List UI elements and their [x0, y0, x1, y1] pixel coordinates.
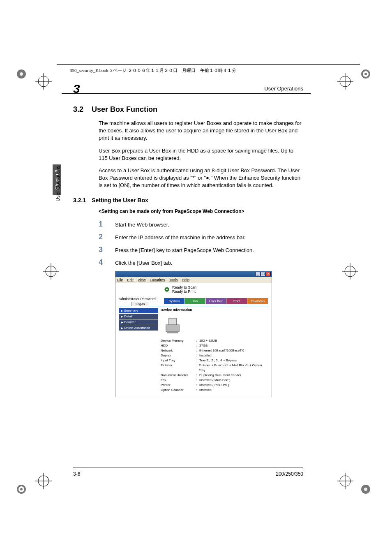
info-row: Device Memory:192 + 32MB	[161, 338, 268, 343]
side-nav: Summary Detail Counter Online Assistance	[119, 308, 158, 393]
svg-point-24	[364, 488, 367, 491]
menu-edit[interactable]: Edit	[127, 278, 134, 282]
menu-view[interactable]: View	[138, 278, 145, 282]
side-label: User Operations	[55, 166, 61, 201]
minimize-icon[interactable]: _	[255, 272, 260, 276]
step-number: 4	[99, 258, 104, 267]
info-row: Printer:Installed ( PCL+PS )	[161, 383, 268, 388]
register-target-top-right	[337, 73, 353, 90]
nav-online-assist[interactable]: Online Assistance	[119, 325, 158, 331]
panel-title: Device Information	[161, 308, 268, 312]
tab-userbox[interactable]: User Box	[206, 298, 227, 304]
info-row: Duplex:Installed	[161, 353, 268, 358]
info-key: Network	[161, 348, 196, 353]
info-value: Finisher + Punch Kit + Mail Bin Kit + Op…	[199, 363, 268, 373]
device-status: Ready to Scan Ready to Print	[119, 285, 268, 294]
register-target-bottom-left	[35, 473, 52, 489]
menu-tools[interactable]: Tools	[169, 278, 178, 282]
tab-system[interactable]: System	[164, 298, 185, 304]
status-scan: Ready to Scan	[172, 285, 196, 289]
menu-favorites[interactable]: Favorites	[150, 278, 165, 282]
info-key: Option Scanner	[161, 388, 196, 393]
subsection-heading: 3.2.1 Setting the User Box	[73, 197, 303, 204]
step-row: 4 Click the [User Box] tab.	[99, 258, 303, 267]
svg-rect-32	[167, 331, 178, 333]
svg-rect-30	[166, 325, 179, 331]
info-value: Installed	[199, 388, 212, 393]
subsection-number: 3.2.1	[73, 197, 86, 204]
nav-counter[interactable]: Counter	[119, 319, 158, 325]
footer-page-num: 3-6	[73, 471, 80, 477]
step-number: 3	[99, 245, 104, 254]
close-icon[interactable]: ✕	[266, 272, 271, 276]
register-target-bottom-right	[337, 473, 353, 489]
info-key: Fax	[161, 378, 196, 383]
section-number: 3.2	[73, 105, 83, 114]
nav-summary[interactable]: Summary	[119, 308, 158, 313]
step-text: Press the [Enter] key to start PageScope…	[115, 247, 254, 253]
login-button[interactable]: Log-in	[131, 302, 149, 306]
section-heading: 3.2 User Box Function	[73, 105, 303, 114]
window-titlebar: _ ☐ ✕	[115, 271, 272, 277]
info-row: HDD:37GB	[161, 343, 268, 348]
chapter-number: 3	[73, 82, 80, 96]
status-print: Ready to Print	[172, 289, 196, 294]
body-para: User Box prepares a User Box in the HDD …	[99, 147, 303, 162]
info-value: Tray 1 , 2 , 3 , 4 + Bypass	[199, 358, 237, 363]
menu-help[interactable]: Help	[182, 278, 189, 282]
info-key: Finisher	[161, 363, 196, 373]
subsection-title: Setting the User Box	[92, 197, 148, 204]
svg-point-7	[364, 73, 367, 75]
step-row: 3 Press the [Enter] key to start PageSco…	[99, 245, 303, 254]
info-row: Option Scanner:Installed	[161, 388, 268, 393]
svg-point-1	[20, 72, 23, 76]
tab-job[interactable]: Job	[185, 298, 206, 304]
info-value: 37GB	[199, 343, 208, 348]
info-value: Installed	[199, 353, 212, 358]
info-value: Installed ( Multi Port )	[199, 378, 231, 383]
trim-line-top	[57, 64, 360, 65]
section-title: User Box Function	[92, 105, 157, 114]
info-key: Duplex	[161, 353, 196, 358]
instruction-note: <Setting can be made only from PageScope…	[99, 208, 303, 214]
info-key: Device Memory	[161, 338, 196, 343]
info-key: Printer	[161, 383, 196, 388]
register-target-mid-left	[43, 263, 59, 280]
info-value: Duplexing Document Feeder	[199, 373, 241, 378]
page-header: 3 User Operations	[62, 82, 311, 94]
step-text: Enter the IP address of the machine in t…	[115, 234, 246, 240]
info-value: 192 + 32MB	[199, 338, 217, 343]
embedded-screenshot: _ ☐ ✕ File Edit View Favorites Tools Hel…	[115, 271, 272, 397]
svg-point-29	[166, 288, 168, 290]
book-meta: 350_security_E.book 6 ページ ２００６年１１月２０日 月曜…	[70, 67, 236, 74]
info-row: Document Handler:Duplexing Document Feed…	[161, 373, 268, 378]
device-icon	[163, 315, 182, 334]
tab-print[interactable]: Print	[226, 298, 247, 304]
step-number: 1	[99, 220, 104, 229]
info-value: Ethernet 10BaseT/100BaseTX	[199, 348, 244, 353]
scan-status-icon	[164, 287, 170, 292]
maximize-icon[interactable]: ☐	[261, 272, 265, 276]
info-row: Input Tray:Tray 1 , 2 , 3 , 4 + Bypass	[161, 358, 268, 363]
admin-password-label: Administrator Password :	[119, 297, 157, 301]
tab-faxscan[interactable]: Fax/Scan	[247, 298, 268, 304]
running-head: User Operations	[264, 86, 303, 92]
page-footer: 3-6 200/250/350	[73, 467, 303, 477]
body-para: The machine allows all users to register…	[99, 120, 303, 142]
browser-menubar: File Edit View Favorites Tools Help	[115, 277, 272, 283]
body-para: Access to a User Box is authenticated us…	[99, 167, 303, 190]
step-text: Start the Web browser.	[115, 222, 169, 228]
svg-rect-31	[169, 318, 176, 324]
svg-point-19	[20, 488, 23, 490]
info-row: Fax:Installed ( Multi Port )	[161, 378, 268, 383]
info-row: Network:Ethernet 10BaseT/100BaseTX	[161, 348, 268, 353]
step-row: 2 Enter the IP address of the machine in…	[99, 233, 303, 241]
info-key: Input Tray	[161, 358, 196, 363]
info-key: HDD	[161, 343, 196, 348]
info-row: Finisher:Finisher + Punch Kit + Mail Bin…	[161, 363, 268, 373]
menu-file[interactable]: File	[117, 278, 123, 282]
nav-detail[interactable]: Detail	[119, 314, 158, 319]
step-text: Click the [User Box] tab.	[115, 260, 172, 266]
info-key: Document Handler	[161, 373, 196, 378]
info-value: Installed ( PCL+PS )	[199, 383, 229, 388]
